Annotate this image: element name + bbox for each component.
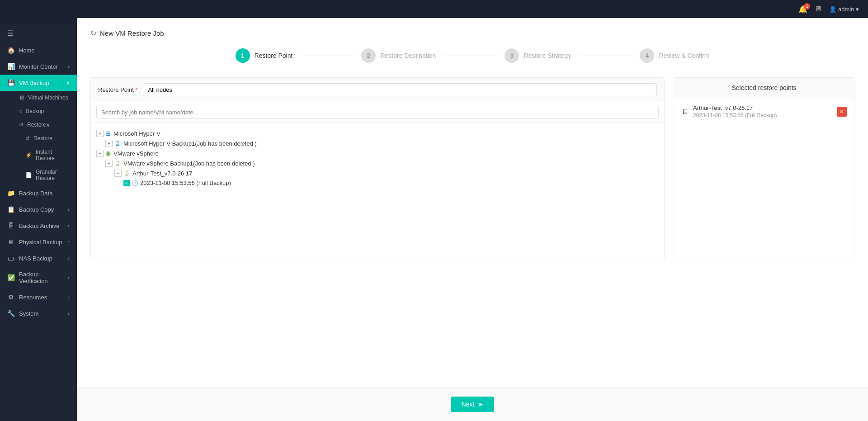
step-1: 1 Restore Point — [236, 48, 293, 63]
physical-backup-icon: 🖥 — [7, 238, 14, 246]
step-connector-1 — [300, 56, 354, 56]
tree-node-hyperv[interactable]: − ⊞ Microsoft Hyper-V — [96, 128, 659, 138]
tree-node-hyperv-backup1[interactable]: + 🖥 Microsoft Hyper-V Backup1(Job has be… — [105, 138, 659, 148]
step-4-circle: 4 — [640, 48, 654, 63]
monitor-icon: 📊 — [7, 63, 14, 70]
tree-label: Arthur-Test_v7.0-26.17 — [132, 170, 192, 177]
restore-point-checkbox[interactable]: ✓ — [123, 180, 130, 186]
search-row — [91, 102, 664, 123]
step-3: 3 Restore Strategy — [505, 48, 571, 63]
backup-copy-icon: 📋 — [7, 206, 14, 213]
chevron-right-icon: › — [68, 223, 70, 228]
chevron-down-icon: ∨ — [66, 80, 70, 86]
sidebar-sub-label: Restore — [33, 135, 52, 142]
virtual-machines-icon: 🖥 — [19, 95, 24, 101]
step-3-label: Restore Strategy — [524, 52, 571, 59]
system-icon: 🔧 — [7, 310, 14, 317]
tree-label: Microsoft Hyper-V — [113, 130, 160, 137]
chevron-down-icon: ∨ — [46, 122, 50, 128]
step-1-circle: 1 — [236, 48, 250, 63]
step-connector-2 — [443, 56, 497, 56]
restore-point-panel: Restore Point * All nodes − ⊞ — [90, 77, 665, 259]
chevron-right-icon: › — [68, 239, 70, 245]
sidebar-toggle[interactable]: ☰ — [0, 24, 77, 42]
selected-item-vm-icon: 🖥 — [681, 108, 689, 116]
sidebar-item-backup[interactable]: ○ Backup — [0, 104, 77, 118]
search-input[interactable] — [96, 106, 659, 119]
page-title: New VM Restore Job — [100, 29, 164, 37]
sidebar-item-physical-backup[interactable]: 🖥 Physical Backup › — [0, 234, 77, 250]
sidebar-sub-label: Restore — [27, 122, 46, 128]
clock-icon: 🕐 — [132, 180, 138, 186]
vm-backup-icon: 💾 — [7, 79, 14, 86]
restore-sub-icon: ↺ — [25, 135, 30, 142]
tree-toggle[interactable]: − — [114, 170, 122, 177]
resources-icon: ⚙ — [7, 293, 14, 301]
sidebar-item-restore[interactable]: ↺ Restore ∨ — [0, 118, 77, 132]
sidebar-item-restore-sub[interactable]: ↺ Restore — [0, 132, 77, 145]
sidebar-item-granular-restore[interactable]: 📄 Granular Restore — [0, 165, 77, 185]
tree-toggle[interactable]: − — [96, 150, 104, 157]
sidebar: vinchin ☰ 🏠 Home 📊 Monitor Center › 💾 VM… — [0, 0, 77, 421]
sidebar-item-vm-backup[interactable]: 💾 VM Backup ∨ — [0, 75, 77, 91]
instant-restore-icon: ⚡ — [25, 152, 32, 158]
next-button[interactable]: Next ➤ — [451, 397, 495, 412]
chevron-right-icon: › — [68, 275, 70, 280]
sidebar-item-backup-copy[interactable]: 📋 Backup Copy › — [0, 201, 77, 218]
tree-node-arthur-test[interactable]: − 🖥 Arthur-Test_v7.0-26.17 — [114, 168, 659, 178]
page-footer: Next ➤ — [77, 387, 868, 421]
required-mark: * — [135, 86, 137, 93]
user-menu[interactable]: 👤 admin ▾ — [829, 6, 859, 13]
step-4-label: Review & Confirm — [659, 52, 709, 59]
sidebar-item-virtual-machines[interactable]: 🖥 Virtual Machines — [0, 91, 77, 104]
sidebar-item-nas-backup[interactable]: 🗃 NAS Backup › — [0, 250, 77, 266]
backup-data-icon: 📁 — [7, 189, 14, 197]
tree-toggle[interactable]: − — [105, 160, 113, 167]
sidebar-sub-label: Virtual Machines — [28, 95, 68, 101]
tree-label: Microsoft Hyper-V Backup1(Job has been d… — [123, 140, 257, 147]
tree-node-vsphere-backup1[interactable]: − 🖥 VMware vSphere Backup1(Job has been … — [105, 158, 659, 168]
chevron-right-icon: › — [68, 255, 70, 261]
vsphere-backup-icon: 🖥 — [114, 160, 121, 167]
step-3-circle: 3 — [505, 48, 519, 63]
sidebar-item-label: Backup Copy — [19, 206, 54, 213]
step-2: 2 Restore Destination — [361, 48, 436, 63]
chevron-right-icon: › — [68, 207, 70, 212]
notifications-icon[interactable]: 🔔 1 — [798, 5, 807, 14]
sidebar-item-label: Backup Data — [19, 190, 52, 197]
sidebar-item-resources[interactable]: ⚙ Resources › — [0, 289, 77, 305]
remove-selected-button[interactable]: ✕ — [837, 107, 847, 117]
sidebar-item-backup-verification[interactable]: ✅ Backup Verification › — [0, 266, 77, 289]
filter-row: Restore Point * All nodes — [91, 78, 664, 102]
top-bar: 🔔 1 🖥 👤 admin ▾ — [0, 0, 868, 18]
restore-icon: ↺ — [19, 122, 24, 128]
main-content: ↻ New VM Restore Job 1 Restore Point 2 R… — [77, 18, 868, 387]
node-select[interactable]: All nodes — [143, 83, 657, 96]
tree-node-restore-point[interactable]: ✓ 🕐 2023-11-08 15:53:56 (Full Backup) — [123, 178, 659, 188]
sidebar-item-backup-archive[interactable]: 🗄 Backup Archive › — [0, 218, 77, 234]
display-icon[interactable]: 🖥 — [815, 5, 822, 13]
tree-toggle[interactable]: + — [105, 140, 113, 147]
refresh-icon[interactable]: ↻ — [90, 29, 96, 38]
tree-toggle[interactable]: − — [96, 130, 104, 137]
sidebar-item-label: System — [19, 310, 38, 317]
sidebar-item-instant-restore[interactable]: ⚡ Instant Restore — [0, 145, 77, 165]
main-wrapper: ↻ New VM Restore Job 1 Restore Point 2 R… — [77, 18, 868, 421]
selected-points-panel: Selected restore points 🖥 Arthur-Test_v7… — [674, 77, 854, 259]
selected-item-left: 🖥 Arthur-Test_v7.0-26.17 2023-11-08 15:5… — [681, 104, 777, 118]
backup-icon: ○ — [19, 108, 22, 114]
sidebar-item-system[interactable]: 🔧 System › — [0, 305, 77, 322]
sidebar-item-monitor[interactable]: 📊 Monitor Center › — [0, 58, 77, 75]
step-2-label: Restore Destination — [380, 52, 436, 59]
sidebar-sub-label: Granular Restore — [36, 169, 70, 181]
next-arrow-icon: ➤ — [478, 401, 483, 408]
tree-label: VMware vSphere Backup1(Job has been dele… — [123, 160, 255, 167]
backup-archive-icon: 🗄 — [7, 222, 14, 229]
sidebar-item-label: Backup Archive — [19, 222, 60, 229]
restore-point-label: Restore Point * — [98, 86, 137, 93]
tree-node-vsphere[interactable]: − ◉ VMware vSphere — [96, 148, 659, 158]
sidebar-sub-label: Backup — [26, 108, 44, 114]
sidebar-item-label: Backup Verification — [19, 271, 68, 284]
sidebar-item-home[interactable]: 🏠 Home — [0, 42, 77, 58]
sidebar-item-backup-data[interactable]: 📁 Backup Data — [0, 185, 77, 201]
